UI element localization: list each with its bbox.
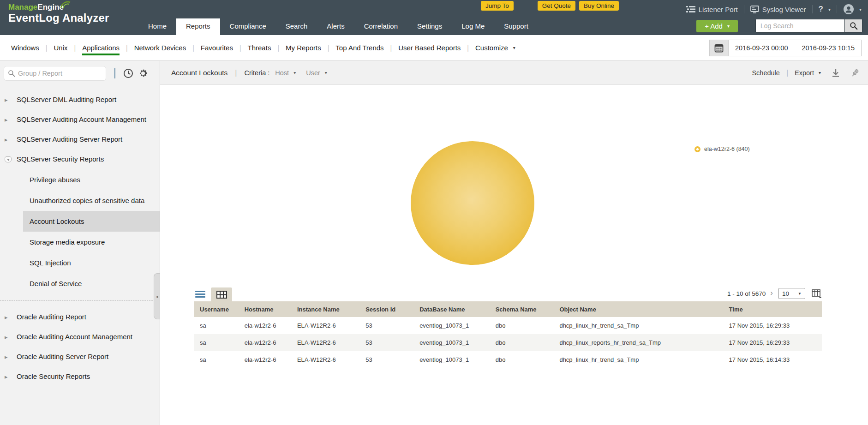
group-report-search-input[interactable]: [18, 70, 102, 77]
expand-caret-icon: ▸: [5, 369, 17, 384]
tree-report-sql-injection[interactable]: SQL Injection: [23, 252, 160, 273]
list-view-button[interactable]: [195, 291, 205, 298]
download-button[interactable]: [831, 68, 840, 78]
table-row[interactable]: saela-w12r2-6 ELA-W12R2-653 eventlog_100…: [194, 334, 822, 351]
log-search-input[interactable]: [755, 19, 845, 33]
column-header: Instance Name: [295, 301, 364, 317]
results-table-block: 1 - 10 of 5670 › 10 ▼: [194, 287, 822, 368]
tab-threats[interactable]: Threats: [248, 44, 271, 55]
divider: |: [467, 44, 469, 52]
divider: |: [74, 44, 76, 52]
tab-unix[interactable]: Unix: [54, 44, 68, 55]
clock-icon: [123, 68, 133, 78]
tree-group-sqlserver-auditing-server[interactable]: ▸ SQLServer Auditing Server Report: [0, 130, 160, 150]
help-menu[interactable]: ? ▾: [819, 5, 831, 14]
nav-correlation[interactable]: Correlation: [354, 18, 407, 35]
nav-home[interactable]: Home: [138, 18, 176, 35]
recent-reports-button[interactable]: [122, 67, 135, 80]
main-navigation: Home Reports Compliance Search Alerts Co…: [138, 18, 538, 35]
tab-applications[interactable]: Applications: [82, 44, 120, 55]
add-button-label: + Add: [705, 22, 723, 30]
tree-group-oracle-auditing-server[interactable]: ▸ Oracle Auditing Server Report: [0, 347, 160, 367]
nav-search[interactable]: Search: [276, 18, 317, 35]
chart-legend-item[interactable]: ela-w12r2-6 (840): [694, 146, 750, 152]
pie-chart[interactable]: [411, 141, 534, 265]
tree-group-sqlserver-auditing-account[interactable]: ▸ SQLServer Auditing Account Management: [0, 110, 160, 130]
nav-settings[interactable]: Settings: [407, 18, 452, 35]
export-dropdown[interactable]: Export ▾: [795, 69, 821, 77]
jump-to-button[interactable]: Jump To: [481, 1, 514, 11]
header-actions: + Add ▾: [696, 19, 862, 33]
listener-port-icon: [686, 6, 695, 13]
tree-group-oracle-auditing-account[interactable]: ▸ Oracle Auditing Account Management: [0, 327, 160, 347]
date-range[interactable]: 2016-09-23 00:00 2016-09-23 10:15: [729, 40, 862, 56]
tab-my-reports[interactable]: My Reports: [286, 44, 321, 55]
grid-view-button[interactable]: [211, 287, 232, 301]
tree-report-denial-of-service[interactable]: Denial of Service: [23, 273, 160, 294]
customize-menu[interactable]: Customize ▾: [475, 44, 515, 52]
listener-port-button[interactable]: Listener Port: [686, 6, 738, 13]
divider: |: [126, 44, 128, 52]
app-logo: ManageEngine EventLog Analyzer: [8, 3, 109, 24]
utility-bar: Listener Port Syslog Viewer ? ▾: [686, 4, 862, 15]
tree-group-sqlserver-security[interactable]: SQLServer Security Reports: [0, 150, 160, 168]
tab-windows[interactable]: Windows: [11, 44, 39, 55]
buy-online-button[interactable]: Buy Online: [579, 1, 619, 11]
tree-report-account-lockouts[interactable]: Account Lockouts: [23, 211, 160, 232]
nav-support[interactable]: Support: [494, 18, 538, 35]
search-icon: [8, 70, 15, 77]
divider: |: [192, 44, 194, 52]
table-row[interactable]: saela-w12r2-6 ELA-W12R2-653 eventlog_100…: [194, 351, 822, 368]
tree-group-sqlserver-dml-auditing[interactable]: ▸ SQLServer DML Auditing Report: [0, 90, 160, 110]
help-label: ?: [819, 5, 823, 14]
customize-label: Customize: [475, 44, 508, 52]
tree-group-oracle-auditing-report[interactable]: ▸ Oracle Auditing Report: [0, 307, 160, 327]
tab-favourites[interactable]: Favourites: [201, 44, 233, 55]
chevron-down-icon: ▼: [798, 292, 802, 296]
expand-caret-icon: ▸: [5, 92, 17, 108]
pagination-range: 1 - 10 of 5670: [727, 290, 766, 297]
top-header: ManageEngine EventLog Analyzer Jump To G…: [0, 0, 868, 35]
report-settings-button[interactable]: [137, 67, 150, 80]
nav-alerts[interactable]: Alerts: [317, 18, 354, 35]
divider: |: [390, 44, 392, 52]
nav-log-me[interactable]: Log Me: [452, 18, 494, 35]
column-chooser-icon: [812, 289, 822, 298]
next-page-button[interactable]: ›: [770, 290, 773, 296]
divider: |: [239, 44, 241, 52]
criteria-host-dropdown[interactable]: Host ▾: [275, 69, 296, 77]
calendar-button[interactable]: [709, 40, 729, 56]
nav-compliance[interactable]: Compliance: [220, 18, 276, 35]
log-search-button[interactable]: [845, 19, 862, 33]
page-title: Account Lockouts: [171, 69, 227, 77]
divider: [744, 5, 744, 13]
tab-top-and-trends[interactable]: Top And Trends: [335, 44, 383, 55]
product-name: EventLog Analyzer: [8, 12, 109, 24]
get-quote-button[interactable]: Get Quote: [538, 1, 575, 11]
chevron-down-icon: ▾: [513, 45, 515, 50]
divider: |: [235, 69, 237, 77]
pin-report-button[interactable]: [850, 68, 860, 78]
nav-reports[interactable]: Reports: [176, 18, 220, 35]
tree-group-oracle-security[interactable]: ▸ Oracle Security Reports: [0, 367, 160, 387]
user-menu[interactable]: ▾: [843, 4, 862, 15]
tab-user-based-reports[interactable]: User Based Reports: [398, 44, 461, 55]
tree-report-unauthorized-copies[interactable]: Unauthorized copies of sensitive data: [23, 190, 160, 211]
column-chooser-button[interactable]: [812, 289, 822, 298]
tree-report-privilege-abuses[interactable]: Privilege abuses: [23, 169, 160, 190]
tab-network-devices[interactable]: Network Devices: [134, 44, 186, 55]
listener-port-label: Listener Port: [699, 6, 738, 13]
column-header: Time: [727, 301, 822, 317]
add-button[interactable]: + Add ▾: [696, 20, 738, 32]
table-row[interactable]: saela-w12r2-6 ELA-W12R2-653 eventlog_100…: [194, 317, 822, 334]
date-range-widget: 2016-09-23 00:00 2016-09-23 10:15: [709, 40, 862, 56]
criteria-user-dropdown[interactable]: User ▾: [306, 69, 327, 77]
expand-caret-icon: ▸: [5, 132, 17, 147]
tree-report-storage-media-exposure[interactable]: Storage media exposure: [23, 232, 160, 252]
syslog-viewer-button[interactable]: Syslog Viewer: [750, 6, 806, 13]
syslog-viewer-icon: [750, 6, 759, 13]
schedule-button[interactable]: Schedule: [752, 69, 779, 77]
tree-children: Privilege abuses Unauthorized copies of …: [0, 168, 160, 296]
page-size-select[interactable]: 10 ▼: [778, 288, 805, 299]
sidebar-collapse-handle[interactable]: ◂: [154, 273, 160, 319]
